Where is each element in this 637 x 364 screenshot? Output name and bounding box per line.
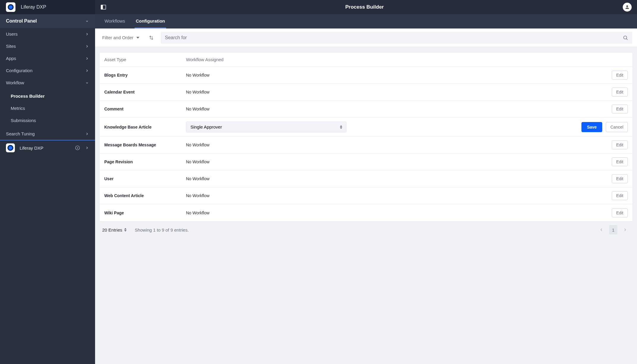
tab-workflows[interactable]: Workflows: [103, 14, 126, 29]
panel-toggle-icon: [101, 4, 106, 10]
tab-configuration[interactable]: Configuration: [135, 14, 166, 29]
sidebar-item-label: Sites: [6, 44, 16, 49]
column-workflow-assigned: Workflow Assigned: [186, 57, 574, 62]
search-icon: [623, 35, 628, 40]
chevron-right-icon: [85, 146, 89, 150]
sidebar-section-title: Control Panel: [6, 18, 37, 24]
edit-button[interactable]: Edit: [612, 71, 628, 80]
caret-down-icon: [136, 37, 139, 39]
user-avatar[interactable]: [623, 3, 632, 12]
sidebar-item-sites[interactable]: Sites: [0, 40, 95, 52]
save-button[interactable]: Save: [581, 122, 603, 132]
pager: 1: [597, 225, 630, 235]
main: Process Builder Workflows Configuration …: [95, 0, 637, 364]
cell-workflow: No Workflow: [186, 73, 574, 77]
cell-actions: Edit: [574, 174, 628, 183]
cell-asset-type: User: [104, 176, 186, 181]
tab-label: Workflows: [105, 18, 125, 23]
table-row: CommentNo WorkflowEdit: [100, 101, 633, 118]
cell-workflow: No Workflow: [186, 176, 574, 181]
cell-workflow: No Workflow: [186, 159, 574, 164]
tabbar: Workflows Configuration: [95, 14, 637, 29]
panel-toggle-button[interactable]: [100, 4, 106, 10]
table-row: Web Content ArticleNo WorkflowEdit: [100, 187, 633, 204]
compass-icon: [75, 145, 80, 151]
edit-button[interactable]: Edit: [612, 88, 628, 96]
workflow-select-input[interactable]: Single Approver: [186, 121, 346, 132]
edit-button[interactable]: Edit: [612, 191, 628, 200]
filter-and-order-dropdown[interactable]: Filter and Order: [100, 35, 142, 40]
sidebar-subitem-submissions[interactable]: Submissions: [0, 114, 95, 126]
cancel-button[interactable]: Cancel: [606, 122, 628, 132]
caret-sort-icon: [340, 125, 342, 129]
search-input[interactable]: [165, 35, 623, 40]
sidebar-item-label: Search Tuning: [6, 131, 35, 136]
cell-actions: Edit: [574, 105, 628, 113]
sidebar-item-configuration[interactable]: Configuration: [0, 64, 95, 77]
entries-per-page-dropdown[interactable]: 20 Entries: [102, 227, 127, 232]
config-table: Asset Type Workflow Assigned Blogs Entry…: [99, 52, 633, 221]
sidebar-item-apps[interactable]: Apps: [0, 52, 95, 64]
cell-asset-type: Wiki Page: [104, 211, 186, 215]
toolbar: Filter and Order: [95, 29, 637, 47]
sidebar-item-label: Workflow: [6, 80, 24, 85]
chevron-left-icon: [599, 227, 604, 232]
chevron-down-icon: [85, 81, 89, 85]
edit-button[interactable]: Edit: [612, 157, 628, 166]
workflow-select[interactable]: Single Approver: [186, 121, 346, 132]
table-head: Asset Type Workflow Assigned: [100, 53, 633, 67]
table-row: UserNo WorkflowEdit: [100, 170, 633, 187]
filter-label: Filter and Order: [102, 35, 133, 40]
page-title: Process Builder: [112, 4, 617, 10]
svg-point-3: [9, 146, 12, 150]
cell-actions: Edit: [574, 208, 628, 217]
tab-label: Configuration: [136, 18, 165, 23]
chevron-right-icon: [85, 132, 89, 136]
edit-button[interactable]: Edit: [612, 140, 628, 149]
content: Asset Type Workflow Assigned Blogs Entry…: [95, 47, 637, 364]
brand-logo-icon: [6, 2, 15, 12]
sidebar-items: Users Sites Apps Configuration Workflow: [0, 28, 95, 155]
table-row: Knowledge Base ArticleSingle ApproverSav…: [100, 118, 633, 137]
sidebar-item-label: Apps: [6, 56, 16, 61]
pager-next-button[interactable]: [620, 225, 630, 235]
sidebar-item-search-tuning[interactable]: Search Tuning: [0, 128, 95, 140]
user-icon: [625, 4, 630, 10]
cell-actions: SaveCancel: [574, 122, 628, 132]
cell-workflow: No Workflow: [186, 90, 574, 94]
sort-icon: [149, 35, 154, 40]
sidebar-subitems-workflow: Process Builder Metrics Submissions: [0, 89, 95, 128]
cell-workflow: Single Approver: [186, 121, 574, 132]
cell-actions: Edit: [574, 140, 628, 149]
table-row: Message Boards MessageNo WorkflowEdit: [100, 137, 633, 153]
cell-asset-type: Message Boards Message: [104, 143, 186, 147]
column-asset-type: Asset Type: [104, 57, 186, 62]
chevron-right-icon: [85, 32, 89, 36]
edit-button[interactable]: Edit: [612, 105, 628, 113]
sidebar-item-workflow[interactable]: Workflow: [0, 77, 95, 89]
cell-asset-type: Comment: [104, 107, 186, 111]
svg-point-1: [9, 5, 12, 9]
cell-actions: Edit: [574, 88, 628, 96]
sort-direction-button[interactable]: [147, 34, 155, 42]
search-box[interactable]: [161, 32, 632, 44]
chevron-right-icon: [623, 227, 627, 232]
chevron-right-icon: [85, 44, 89, 48]
brand[interactable]: Liferay DXP: [0, 0, 95, 14]
sidebar-subitem-metrics[interactable]: Metrics: [0, 102, 95, 114]
sidebar-subitem-process-builder[interactable]: Process Builder: [0, 90, 95, 102]
sidebar-subitem-label: Submissions: [11, 118, 36, 123]
svg-point-8: [624, 36, 627, 39]
topbar: Process Builder: [95, 0, 637, 14]
sidebar-item-label: Configuration: [6, 68, 32, 73]
edit-button[interactable]: Edit: [612, 174, 628, 183]
sidebar-subitem-label: Process Builder: [11, 94, 45, 99]
cell-asset-type: Blogs Entry: [104, 73, 186, 77]
edit-button[interactable]: Edit: [612, 208, 628, 217]
sidebar-section-control-panel[interactable]: Control Panel: [0, 14, 95, 28]
pager-current-page[interactable]: 1: [609, 225, 617, 235]
sidebar-site-link[interactable]: Liferay DXP: [0, 140, 95, 155]
pager-prev-button[interactable]: [597, 225, 606, 235]
sidebar-item-users[interactable]: Users: [0, 28, 95, 40]
sidebar-subitem-label: Metrics: [11, 106, 25, 111]
